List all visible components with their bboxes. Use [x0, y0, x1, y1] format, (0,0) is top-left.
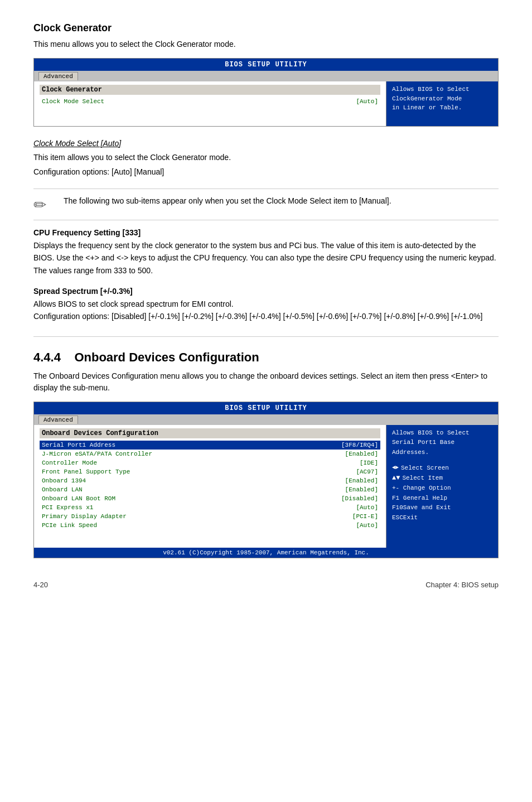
bios-right-onboard: Allows BIOS to Select Serial Port1 Base …: [386, 425, 498, 548]
bios-tab-row-clock: Advanced: [34, 71, 498, 81]
bios-header-onboard: BIOS SETUP UTILITY: [34, 402, 498, 414]
onboard-item-row-3[interactable]: Front Panel Support Type[AC97]: [40, 467, 380, 476]
bios-body-clock: Clock Generator Clock Mode Select [Auto]…: [34, 81, 498, 126]
bios-tab-advanced-onboard[interactable]: Advanced: [38, 416, 78, 424]
onboard-item-label-5: Onboard LAN: [42, 486, 340, 493]
onboard-item-row-6[interactable]: Onboard LAN Boot ROM[Disabled]: [40, 494, 380, 503]
onboard-item-row-1[interactable]: J-Micron eSATA/PATA Controller[Enabled]: [40, 450, 380, 458]
bios-help-clock-2: ClockGenerator Mode: [392, 95, 462, 102]
nav-hint-save: F10Save and Exit: [392, 503, 492, 513]
onboard-item-value-6: [Disabled]: [341, 495, 378, 502]
nav-select-item-label: Select Item: [402, 474, 443, 484]
bios-box-onboard: BIOS SETUP UTILITY Advanced Onboard Devi…: [33, 402, 499, 558]
bios-help-onboard-2: Serial Port1 Base: [392, 439, 454, 446]
onboard-section-heading: 4.4.4 Onboard Devices Configuration: [33, 350, 499, 365]
pencil-icon: ✏: [33, 196, 56, 214]
footer-page-number: 4-20: [33, 581, 48, 589]
cpu-freq-title: CPU Frequency Setting [333]: [33, 228, 499, 237]
bios-help-clock-3: in Linear or Table.: [392, 104, 462, 111]
nav-general-help-label: F1 General Help: [392, 494, 447, 504]
nav-esc-exit-label: ESCExit: [392, 513, 418, 523]
onboard-intro: The Onboard Devices Configuration menu a…: [33, 370, 499, 394]
bios-tab-row-onboard: Advanced: [34, 414, 498, 425]
spread-spectrum-desc1: Allows BIOS to set clock spread spectrum…: [33, 298, 499, 310]
bios-item-header-clock: Clock Generator: [40, 85, 380, 95]
onboard-item-value-0: [3F8/IRQ4]: [341, 442, 378, 448]
arrow-lr-icon: ◄►: [392, 463, 399, 472]
onboard-item-label-6: Onboard LAN Boot ROM: [42, 495, 336, 502]
bios-right-clock: Allows BIOS to Select ClockGenerator Mod…: [386, 81, 498, 126]
section-divider: [33, 336, 499, 337]
onboard-item-label-4: Onboard 1394: [42, 477, 340, 484]
cpu-freq-desc: Displays the frequency sent by the clock…: [33, 239, 499, 277]
nav-select-screen-label: Select Screen: [401, 463, 449, 474]
clock-mode-sub-desc2: Configuration options: [Auto] [Manual]: [33, 166, 499, 178]
bios-header-clock: BIOS SETUP UTILITY: [34, 59, 498, 71]
onboard-item-label-1: J-Micron eSATA/PATA Controller: [42, 451, 340, 457]
nav-hint-item: ▲▼ Select Item: [392, 473, 492, 484]
onboard-item-row-5[interactable]: Onboard LAN[Enabled]: [40, 485, 380, 494]
clock-generator-intro: This menu allows you to select the Clock…: [33, 38, 499, 50]
onboard-item-value-9: [Auto]: [356, 522, 378, 529]
footer-chapter: Chapter 4: BIOS setup: [425, 581, 499, 589]
onboard-item-label-9: PCIe Link Speed: [42, 522, 350, 529]
onboard-item-label-0: Serial Port1 Address: [42, 442, 336, 448]
onboard-item-label-2: Controller Mode: [42, 460, 354, 466]
bios-left-onboard: Onboard Devices Configuration Serial Por…: [34, 425, 386, 548]
onboard-item-value-1: [Enabled]: [345, 451, 378, 457]
nav-hint-help: F1 General Help: [392, 494, 492, 504]
clock-mode-sub-desc1: This item allows you to select the Clock…: [33, 151, 499, 163]
cpu-freq-subsection: CPU Frequency Setting [333] Displays the…: [33, 228, 499, 277]
onboard-item-value-3: [AC97]: [356, 468, 378, 475]
onboard-item-value-2: [IDE]: [360, 460, 378, 466]
nav-save-exit-label: F10Save and Exit: [392, 503, 451, 513]
onboard-items-list: Serial Port1 Address[3F8/IRQ4]J-Micron e…: [40, 441, 380, 530]
onboard-item-row-7[interactable]: PCI Express x1[Auto]: [40, 503, 380, 512]
onboard-section-title: Onboard Devices Configuration: [74, 350, 259, 364]
onboard-item-value-8: [PCI-E]: [352, 513, 378, 520]
onboard-item-value-5: [Enabled]: [345, 486, 378, 493]
note-text-clock: The following two sub-items appear only …: [64, 195, 391, 207]
bios-help-onboard-1: Allows BIOS to Select: [392, 429, 470, 436]
bios-footer-onboard: v02.61 (C)Copyright 1985-2007, American …: [34, 548, 498, 558]
bios-item-label-clock-mode: Clock Mode Select: [42, 98, 350, 105]
clock-generator-section: Clock Generator This menu allows you to …: [33, 22, 499, 323]
bios-body-onboard: Onboard Devices Configuration Serial Por…: [34, 425, 498, 548]
bios-help-clock-1: Allows BIOS to Select: [392, 86, 470, 93]
onboard-item-row-8[interactable]: Primary Display Adapter[PCI-E]: [40, 512, 380, 521]
onboard-item-row-4[interactable]: Onboard 1394[Enabled]: [40, 476, 380, 485]
bios-item-row-clock-mode[interactable]: Clock Mode Select [Auto]: [40, 97, 380, 106]
clock-generator-title: Clock Generator: [33, 22, 499, 34]
nav-hint-change: +- Change Option: [392, 484, 492, 494]
onboard-section-num: 4.4.4: [33, 350, 61, 364]
onboard-item-row-2[interactable]: Controller Mode[IDE]: [40, 458, 380, 467]
nav-hint-esc: ESCExit: [392, 513, 492, 523]
page-footer: 4-20 Chapter 4: BIOS setup: [33, 581, 499, 589]
onboard-item-label-7: PCI Express x1: [42, 504, 350, 511]
nav-hint-screen: ◄► Select Screen: [392, 463, 492, 474]
bios-left-clock: Clock Generator Clock Mode Select [Auto]: [34, 81, 386, 126]
arrow-ud-icon: ▲▼: [392, 473, 400, 484]
bios-item-header-onboard: Onboard Devices Configuration: [40, 428, 380, 438]
onboard-section: 4.4.4 Onboard Devices Configuration The …: [33, 350, 499, 558]
bios-tab-advanced-clock[interactable]: Advanced: [38, 72, 78, 80]
clock-mode-subsection: Clock Mode Select [Auto] This item allow…: [33, 139, 499, 178]
spread-spectrum-desc2: Configuration options: [Disabled] [+/-0.…: [33, 310, 499, 322]
nav-change-option-label: +- Change Option: [392, 484, 451, 494]
spread-spectrum-subsection: Spread Spectrum [+/-0.3%] Allows BIOS to…: [33, 287, 499, 323]
note-box-clock: ✏ The following two sub-items appear onl…: [33, 189, 499, 220]
onboard-item-label-8: Primary Display Adapter: [42, 513, 347, 520]
bios-item-value-clock-mode: [Auto]: [356, 98, 378, 105]
onboard-item-row-0[interactable]: Serial Port1 Address[3F8/IRQ4]: [40, 441, 380, 450]
onboard-item-value-7: [Auto]: [356, 504, 378, 511]
nav-hints: ◄► Select Screen ▲▼ Select Item +- Chang…: [392, 463, 492, 523]
clock-mode-sub-title: Clock Mode Select [Auto]: [33, 139, 499, 148]
onboard-item-row-9[interactable]: PCIe Link Speed[Auto]: [40, 521, 380, 530]
onboard-item-label-3: Front Panel Support Type: [42, 468, 350, 475]
onboard-item-value-4: [Enabled]: [345, 477, 378, 484]
spread-spectrum-title: Spread Spectrum [+/-0.3%]: [33, 287, 499, 296]
bios-help-onboard-3: Addresses.: [392, 449, 429, 456]
bios-box-clock: BIOS SETUP UTILITY Advanced Clock Genera…: [33, 58, 499, 127]
